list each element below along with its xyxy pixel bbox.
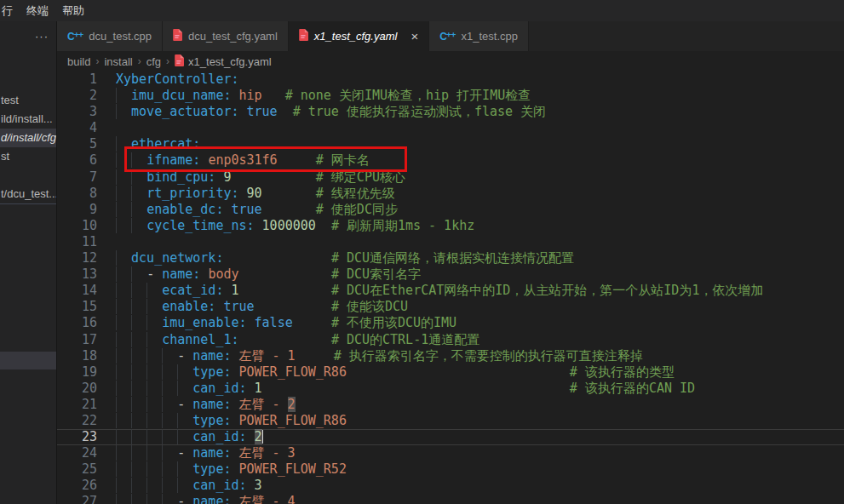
line-number[interactable]: 9 — [57, 202, 97, 218]
line-number[interactable]: 21 — [57, 397, 97, 413]
indent-guides — [116, 186, 146, 201]
line-number[interactable]: 8 — [57, 186, 97, 202]
text-cursor: 2 — [255, 429, 262, 444]
line-number[interactable]: 16 — [57, 315, 97, 331]
line-number[interactable]: 3 — [57, 104, 97, 120]
code-line-18[interactable]: 18 - name: 左臂 - 1 # 执行器索引名字，不需要控制的执行器可直接… — [57, 348, 844, 364]
code-line-5[interactable]: 5 ethercat: — [57, 136, 844, 152]
indent-guides — [116, 494, 177, 504]
code-line-22[interactable]: 22 type: POWER_FLOW_R86 — [57, 413, 844, 429]
code-line-24[interactable]: 24 - name: 左臂 - 3 — [57, 445, 844, 461]
line-number[interactable]: 7 — [57, 169, 97, 186]
editor-group: C⁺⁺dcu_test.cppdcu_test_cfg.yamlx1_test_… — [57, 21, 844, 504]
code-line-8[interactable]: 8 rt_priority: 90 # 线程优先级 — [57, 186, 844, 202]
menu-item-行[interactable]: 行 — [0, 3, 20, 19]
code-line-17[interactable]: 17 channel_1: # DCU的CTRL-1通道配置 — [57, 332, 844, 348]
breadcrumb-item-cfg[interactable]: cfg — [146, 55, 161, 68]
cpp-file-icon: C⁺⁺ — [439, 31, 455, 43]
line-number[interactable]: 17 — [57, 332, 97, 348]
code-line-6[interactable]: 6 ifname: enp0s31f6 # 网卡名 — [57, 152, 844, 169]
code-line-19[interactable]: 19 type: POWER_FLOW_R86 # 该执行器的类型 — [57, 364, 844, 381]
line-number[interactable]: 25 — [57, 461, 97, 478]
code-line-text: move_actuator: true # true 使能执行器运动测试，fla… — [97, 104, 844, 120]
code-line-3[interactable]: 3 move_actuator: true # true 使能执行器运动测试，f… — [57, 104, 844, 120]
line-number[interactable]: 13 — [57, 266, 97, 283]
menu-item-终端[interactable]: 终端 — [20, 3, 55, 19]
sidebar-more-actions[interactable]: ··· — [0, 21, 56, 51]
sidebar-item[interactable]: st — [0, 147, 56, 166]
code-line-20[interactable]: 20 can_id: 1 # 该执行器的CAN ID — [57, 381, 844, 397]
menu-item-帮助[interactable]: 帮助 — [55, 3, 91, 19]
cpp-file-icon: C⁺⁺ — [67, 31, 83, 43]
code-line-15[interactable]: 15 enable: true # 使能该DCU — [57, 299, 844, 315]
sidebar-item[interactable]: d/install/cfg — [0, 129, 56, 147]
indent-guides — [116, 332, 162, 347]
indent-guides — [116, 429, 192, 444]
code-line-11[interactable]: 11 — [57, 234, 844, 250]
menu-bar: 行终端帮助 — [0, 0, 844, 21]
tab-x1_test_cfg.yaml[interactable]: x1_test_cfg.yaml× — [289, 21, 429, 51]
code-line-text: dcu_network: # DCU通信网络，请根据实机连接情况配置 — [97, 250, 844, 266]
code-line-text: channel_1: # DCU的CTRL-1通道配置 — [97, 332, 844, 348]
sidebar-selected-row[interactable] — [0, 352, 56, 369]
code-line-text: enable: true # 使能该DCU — [97, 299, 844, 315]
line-number[interactable]: 26 — [57, 478, 97, 494]
code-line-1[interactable]: 1XyberController: — [57, 72, 844, 88]
code-line-14[interactable]: 14 ecat_id: 1 # DCU在EtherCAT网络中的ID，从主站开始… — [57, 283, 844, 299]
ellipsis-icon: ··· — [35, 30, 49, 43]
breadcrumb-parts: build›install›cfg› — [67, 55, 169, 68]
line-number[interactable]: 2 — [57, 88, 97, 104]
sidebar: ··· testild/install...d/install/cfgstt/d… — [0, 21, 57, 504]
line-number[interactable]: 10 — [57, 218, 97, 234]
tab-dcu_test_cfg.yaml[interactable]: dcu_test_cfg.yaml — [163, 21, 289, 51]
code-line-text: XyberController: — [97, 72, 844, 88]
code-line-4[interactable]: 4 — [57, 120, 844, 136]
code-line-text: bind_cpu: 9 # 绑定CPU核心 — [97, 169, 844, 186]
line-number[interactable]: 6 — [57, 152, 97, 169]
code-line-text: - name: 左臂 - 2 — [97, 397, 844, 413]
code-area[interactable]: 1XyberController:2 imu_dcu_name: hip # n… — [57, 72, 844, 504]
sidebar-item[interactable]: test — [0, 91, 56, 110]
tab-x1_test.cpp[interactable]: C⁺⁺x1_test.cpp — [429, 21, 529, 51]
code-line-27[interactable]: 27 - name: 左臂 - 4 — [57, 494, 844, 504]
code-line-21[interactable]: 21 - name: 左臂 - 2 — [57, 397, 844, 413]
line-number[interactable]: 22 — [57, 413, 97, 429]
line-number[interactable]: 14 — [57, 283, 97, 299]
indent-guides — [116, 364, 192, 380]
code-line-text: cycle_time_ns: 1000000 # 刷新周期1ms - 1khz — [97, 218, 844, 234]
code-line-text: enable_dc: true # 使能DC同步 — [97, 202, 844, 218]
code-line-23[interactable]: 23 can_id: 2 — [57, 429, 844, 445]
line-number[interactable]: 19 — [57, 364, 97, 381]
sidebar-item[interactable]: ild/install... — [0, 110, 56, 129]
close-icon[interactable]: × — [411, 30, 418, 43]
code-line-text: - name: body # DCU索引名字 — [97, 266, 844, 283]
indent-guides — [116, 445, 177, 461]
code-line-2[interactable]: 2 imu_dcu_name: hip # none 关闭IMU检查，hip 打… — [57, 88, 844, 104]
code-line-text: imu_enable: false # 不使用该DCU的IMU — [97, 315, 844, 331]
code-line-10[interactable]: 10 cycle_time_ns: 1000000 # 刷新周期1ms - 1k… — [57, 218, 844, 234]
line-number[interactable]: 12 — [57, 250, 97, 266]
code-line-7[interactable]: 7 bind_cpu: 9 # 绑定CPU核心 — [57, 169, 844, 186]
line-number[interactable]: 11 — [57, 234, 97, 250]
breadcrumb-file[interactable]: x1_test_cfg.yaml — [175, 54, 272, 69]
indent-guides — [116, 136, 131, 152]
sidebar-item[interactable]: t/dcu_test... — [0, 185, 56, 203]
code-line-16[interactable]: 16 imu_enable: false # 不使用该DCU的IMU — [57, 315, 844, 331]
line-number[interactable]: 4 — [57, 120, 97, 136]
breadcrumb-item-build[interactable]: build — [67, 55, 90, 68]
line-number[interactable]: 18 — [57, 348, 97, 364]
line-number[interactable]: 24 — [57, 445, 97, 461]
line-number[interactable]: 15 — [57, 299, 97, 315]
code-line-9[interactable]: 9 enable_dc: true # 使能DC同步 — [57, 202, 844, 218]
code-line-26[interactable]: 26 can_id: 3 — [57, 478, 844, 494]
code-line-25[interactable]: 25 type: POWER_FLOW_R52 — [57, 461, 844, 478]
line-number[interactable]: 1 — [57, 72, 97, 88]
code-line-12[interactable]: 12 dcu_network: # DCU通信网络，请根据实机连接情况配置 — [57, 250, 844, 266]
line-number[interactable]: 23 — [57, 429, 97, 445]
line-number[interactable]: 5 — [57, 136, 97, 152]
line-number[interactable]: 27 — [57, 494, 97, 504]
tab-dcu_test.cpp[interactable]: C⁺⁺dcu_test.cpp — [57, 21, 163, 51]
code-line-13[interactable]: 13 - name: body # DCU索引名字 — [57, 266, 844, 283]
line-number[interactable]: 20 — [57, 381, 97, 397]
breadcrumb-item-install[interactable]: install — [104, 55, 132, 68]
